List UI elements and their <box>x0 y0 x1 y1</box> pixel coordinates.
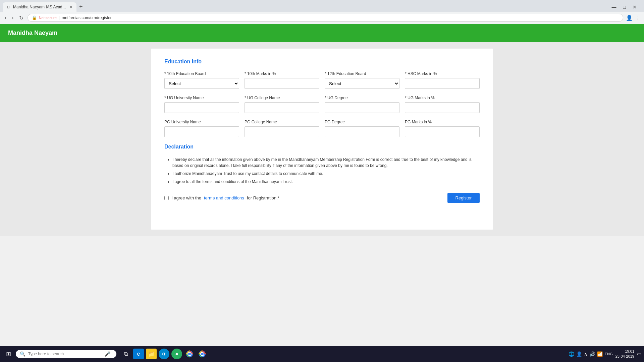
security-label: Not secure <box>39 16 57 20</box>
twelfth-education-board-group: * 12th Education Board Select <box>325 71 399 89</box>
education-row-1: * 10th Education Board Select * 10th Mar… <box>164 71 480 89</box>
twelfth-education-board-label: * 12th Education Board <box>325 71 399 76</box>
register-button[interactable]: Register <box>447 193 480 203</box>
url-separator: | <box>59 15 60 20</box>
ug-degree-group: * UG Degree <box>325 96 399 113</box>
new-tab-button[interactable]: + <box>76 2 86 12</box>
declaration-item-2: I authorize Manidhanaeyam Trust to use m… <box>172 171 480 177</box>
declaration-title: Declaration <box>164 144 480 150</box>
menu-button[interactable]: ⋮ <box>635 15 641 21</box>
hsc-marks-label: * HSC Marks in % <box>405 71 480 76</box>
ug-college-label: * UG College Name <box>245 96 319 100</box>
tenth-education-board-label: * 10th Education Board <box>164 71 239 76</box>
education-info-title: Education Info <box>164 59 480 65</box>
ug-degree-label: * UG Degree <box>325 96 399 100</box>
site-title: Manidha Naeyam <box>8 29 57 36</box>
hsc-marks-group: * HSC Marks in % <box>405 71 480 89</box>
tenth-marks-label: * 10th Marks in % <box>245 71 319 76</box>
url-bar[interactable]: 🔒 Not secure | mntfreeias.com/crm/regist… <box>28 14 623 22</box>
tenth-education-board-group: * 10th Education Board Select <box>164 71 239 89</box>
education-row-2: * UG University Name * UG College Name *… <box>164 96 480 113</box>
pg-college-label: PG College Name <box>245 120 319 124</box>
tenth-marks-input[interactable] <box>245 78 319 89</box>
tab-title: Manidha Naeyam IAS Academy <box>13 5 67 9</box>
pg-college-input[interactable] <box>245 126 319 137</box>
active-tab[interactable]: 🗋 Manidha Naeyam IAS Academy × <box>3 2 76 12</box>
security-icon: 🔒 <box>32 15 37 20</box>
terms-conditions-link[interactable]: terms and conditions <box>204 195 244 200</box>
minimize-button[interactable]: — <box>610 4 619 10</box>
pg-degree-group: PG Degree <box>325 120 399 137</box>
pg-university-group: PG University Name <box>164 120 239 137</box>
ug-college-group: * UG College Name <box>245 96 319 113</box>
page-content: Education Info * 10th Education Board Se… <box>0 42 644 236</box>
tenth-education-board-select[interactable]: Select <box>164 78 239 89</box>
ug-degree-input[interactable] <box>325 102 399 113</box>
ug-college-input[interactable] <box>245 102 319 113</box>
ug-university-input[interactable] <box>164 102 239 113</box>
tenth-marks-group: * 10th Marks in % <box>245 71 319 89</box>
ug-marks-input[interactable] <box>405 102 480 113</box>
pg-college-group: PG College Name <box>245 120 319 137</box>
ug-marks-group: * UG Marks in % <box>405 96 480 113</box>
agree-register-row: I agree with the terms and conditions fo… <box>164 193 480 203</box>
tab-bar: 🗋 Manidha Naeyam IAS Academy × + — □ ✕ <box>0 0 644 12</box>
pg-degree-input[interactable] <box>325 126 399 137</box>
declaration-item-3: I agree to all the terms and conditions … <box>172 179 480 185</box>
profile-icon[interactable]: 👤 <box>626 15 633 21</box>
declaration-list: I hereby declare that all the informatio… <box>164 157 480 185</box>
tab-page-icon: 🗋 <box>7 5 10 9</box>
pg-degree-label: PG Degree <box>325 120 399 124</box>
hsc-marks-input[interactable] <box>405 78 480 89</box>
maximize-button[interactable]: □ <box>621 4 628 10</box>
site-header: Manidha Naeyam <box>0 24 644 42</box>
twelfth-education-board-select[interactable]: Select <box>325 78 399 89</box>
pg-university-label: PG University Name <box>164 120 239 124</box>
ug-marks-label: * UG Marks in % <box>405 96 480 100</box>
agree-suffix: for Registration.* <box>247 195 279 200</box>
agree-prefix: I agree with the <box>171 195 201 200</box>
browser-chrome: 🗋 Manidha Naeyam IAS Academy × + — □ ✕ ‹… <box>0 0 644 24</box>
close-window-button[interactable]: ✕ <box>631 4 639 10</box>
forward-button[interactable]: › <box>10 14 15 21</box>
agree-label[interactable]: I agree with the terms and conditions fo… <box>164 195 279 200</box>
form-card: Education Info * 10th Education Board Se… <box>151 49 493 230</box>
window-controls: — □ ✕ <box>610 4 641 10</box>
address-bar: ‹ › ↻ 🔒 Not secure | mntfreeias.com/crm/… <box>0 12 644 24</box>
pg-marks-label: PG Marks in % <box>405 120 480 124</box>
pg-university-input[interactable] <box>164 126 239 137</box>
education-row-3: PG University Name PG College Name PG De… <box>164 120 480 137</box>
close-tab-button[interactable]: × <box>70 4 72 10</box>
pg-marks-input[interactable] <box>405 126 480 137</box>
back-button[interactable]: ‹ <box>3 14 8 21</box>
declaration-item-1: I hereby declare that all the informatio… <box>172 157 480 169</box>
url-text: mntfreeias.com/crm/register <box>62 15 112 20</box>
declaration-section: Declaration I hereby declare that all th… <box>164 144 480 185</box>
ug-university-group: * UG University Name <box>164 96 239 113</box>
agree-checkbox[interactable] <box>164 196 169 200</box>
pg-marks-group: PG Marks in % <box>405 120 480 137</box>
ug-university-label: * UG University Name <box>164 96 239 100</box>
refresh-button[interactable]: ↻ <box>18 14 25 22</box>
